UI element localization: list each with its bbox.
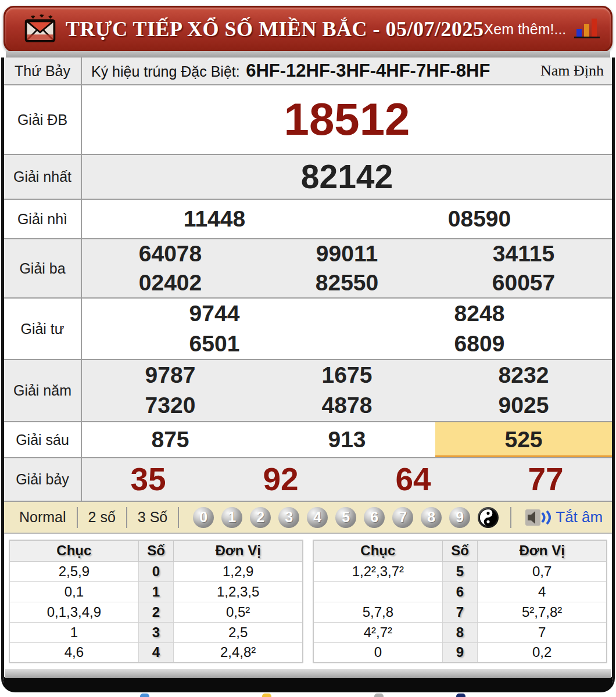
table-row: 0,1 1 1,2,3,5 — [9, 581, 303, 602]
yin-yang-icon[interactable] — [478, 507, 499, 528]
ball-0-button[interactable]: 0 — [193, 507, 214, 528]
statistics-section: Chục Số Đơn Vị 2,5,9 0 1,2,9 0,1 1 1,2,3… — [4, 534, 612, 667]
highlighted-cell: 525 — [435, 422, 612, 457]
column-header: Đơn Vị — [174, 540, 303, 561]
units-cell: 7 — [478, 622, 607, 642]
digit-cell: 4 — [138, 642, 174, 663]
tens-cell — [313, 581, 442, 602]
prize-number: 35 — [130, 459, 166, 500]
province-name: Nam Định — [540, 62, 604, 80]
prize-number-highlighted: 525 — [504, 426, 542, 454]
prize-row-sixth: Giải sáu 875 913 525 — [4, 422, 612, 458]
table-row: 6 4 — [313, 581, 607, 602]
tens-cell: 2,5,9 — [9, 561, 138, 581]
prize-number: 77 — [528, 459, 563, 500]
results-frame: Thứ Bảy Ký hiệu trúng Đặc Biệt: 6HF-12HF… — [1, 58, 615, 692]
units-cell: 0,7 — [478, 561, 607, 581]
ball-7-button[interactable]: 7 — [392, 507, 413, 528]
cut-off-icon — [262, 694, 271, 697]
envelope-icon — [23, 12, 58, 46]
prize-row-first: Giải nhất 82142 — [4, 155, 612, 200]
prize-row-fourth: Giải tư 9744 8248 6501 6809 — [4, 299, 612, 360]
prize-number: 92 — [263, 459, 298, 500]
header-bar: TRỰC TIẾP XỔ SỐ MIỀN BẮC - 05/07/2025 Xe… — [3, 6, 613, 52]
prize-number: 1675 — [322, 361, 373, 390]
prize-number: 9025 — [499, 391, 549, 420]
stats-table-left: Chục Số Đơn Vị 2,5,9 0 1,2,9 0,1 1 1,2,3… — [9, 540, 303, 663]
digit-cell: 7 — [442, 602, 478, 622]
column-header: Số — [138, 540, 174, 561]
speaker-icon — [525, 508, 551, 527]
prize-row-fifth: Giải năm 9787 1675 8232 7320 4878 9025 — [4, 360, 612, 422]
ball-3-button[interactable]: 3 — [278, 507, 299, 528]
ball-4-button[interactable]: 4 — [307, 507, 328, 528]
divider — [77, 507, 78, 528]
prize-number: 6501 — [189, 330, 240, 358]
lottery-widget: TRỰC TIẾP XỔ SỐ MIỀN BẮC - 05/07/2025 Xe… — [0, 0, 616, 697]
mode-normal-button[interactable]: Normal — [10, 509, 76, 526]
mute-control[interactable]: Tắt âm — [525, 508, 603, 527]
ball-6-button[interactable]: 6 — [364, 507, 385, 528]
prize-row-seventh: Giải bảy 35 92 64 77 — [4, 458, 612, 502]
prize-number: 99011 — [316, 240, 378, 268]
column-header: Đơn Vị — [478, 540, 607, 561]
prize-row-third: Giải ba 64078 99011 34115 02402 82550 60… — [4, 239, 612, 299]
cut-off-icon — [140, 694, 149, 697]
prize-row-special: Giải ĐB 18512 — [4, 85, 612, 155]
prize-number: 9787 — [145, 361, 196, 390]
prize-label-special: Giải ĐB — [4, 85, 82, 154]
digit-cell: 6 — [442, 581, 478, 602]
prize-number: 82550 — [316, 269, 378, 297]
column-header: Chục — [9, 540, 138, 561]
digit-cell: 9 — [442, 642, 478, 663]
column-header: Số — [442, 540, 478, 561]
ball-2-button[interactable]: 2 — [250, 507, 271, 528]
weekday-label: Thứ Bảy — [4, 58, 82, 84]
ball-5-button[interactable]: 5 — [335, 507, 356, 528]
units-cell: 1,2,3,5 — [174, 581, 303, 602]
digit-cell: 1 — [138, 581, 174, 602]
prize-label-first: Giải nhất — [4, 155, 82, 199]
tens-cell: 1 — [9, 622, 138, 642]
units-cell: 0,5² — [174, 602, 303, 622]
mode-3so-button[interactable]: 3 Số — [128, 509, 177, 526]
units-cell: 0,2 — [478, 642, 607, 663]
units-cell: 2,4,8² — [174, 642, 303, 663]
prize-number: 64 — [395, 459, 431, 500]
page-title: TRỰC TIẾP XỔ SỐ MIỀN BẮC - 05/07/2025 — [66, 17, 484, 41]
table-row: 1,2²,3,7² 5 0,7 — [313, 561, 607, 581]
prize-number: 02402 — [139, 269, 202, 297]
table-row: 2,5,9 0 1,2,9 — [9, 561, 303, 581]
digit-balls: 0 1 2 3 4 5 6 7 8 9 — [193, 507, 499, 528]
prize-number: 8232 — [499, 361, 549, 390]
bar-chart-icon[interactable] — [574, 17, 601, 41]
tens-cell: 4²,7² — [313, 622, 442, 642]
units-cell: 5²,7,8² — [478, 602, 607, 622]
digit-cell: 2 — [138, 602, 174, 622]
prize-number: 7320 — [145, 391, 196, 420]
tens-cell: 0 — [313, 642, 442, 663]
see-more-link[interactable]: Xem thêm!... — [484, 21, 567, 38]
digit-cell: 0 — [138, 561, 174, 581]
cut-off-icon — [456, 694, 465, 697]
ball-1-button[interactable]: 1 — [221, 507, 242, 528]
toolbar: Normal 2 số 3 Số 0 1 2 3 4 5 6 7 8 9 — [4, 502, 612, 534]
ball-9-button[interactable]: 9 — [449, 507, 470, 528]
table-row: 5,7,8 7 5²,7,8² — [313, 602, 607, 622]
stats-table-right: Chục Số Đơn Vị 1,2²,3,7² 5 0,7 6 4 5,7,8… — [313, 540, 607, 663]
info-row: Thứ Bảy Ký hiệu trúng Đặc Biệt: 6HF-12HF… — [4, 58, 612, 85]
ball-8-button[interactable]: 8 — [421, 507, 442, 528]
prize-number: 6809 — [454, 330, 505, 358]
prize-number: 08590 — [448, 205, 511, 233]
mode-2so-button[interactable]: 2 số — [79, 509, 125, 526]
table-row: 0,1,3,4,9 2 0,5² — [9, 602, 303, 622]
prize-number: 34115 — [493, 240, 554, 268]
prize-label-fifth: Giải năm — [4, 360, 82, 421]
table-row: 0 9 0,2 — [313, 642, 607, 663]
units-cell: 1,2,9 — [174, 561, 303, 581]
cut-off-icon — [374, 694, 384, 697]
units-cell: 2,5 — [174, 622, 303, 642]
prize-number: 11448 — [184, 205, 245, 233]
tens-cell: 5,7,8 — [313, 602, 442, 622]
special-symbol: Ký hiệu trúng Đặc Biệt: 6HF-12HF-3HF-4HF… — [91, 60, 490, 81]
